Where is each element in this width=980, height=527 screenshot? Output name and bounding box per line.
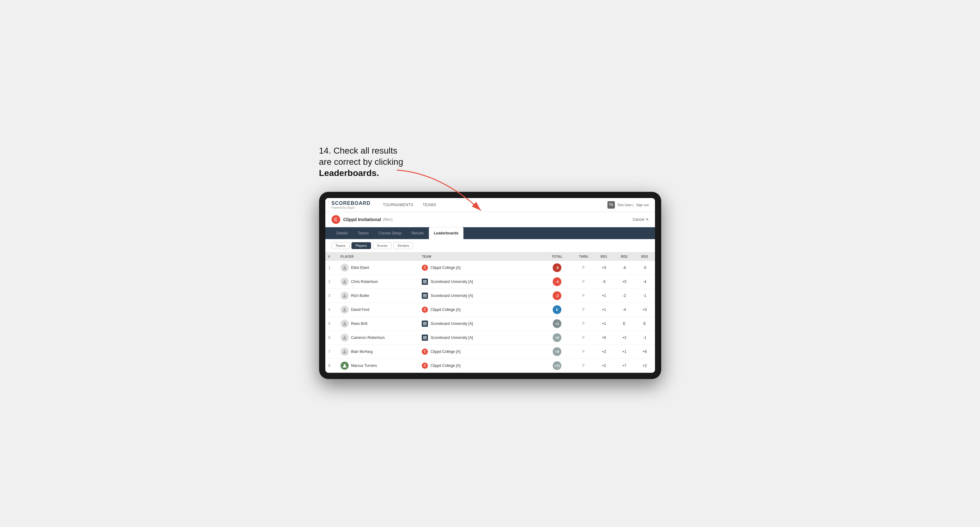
cell-rd1: +2 bbox=[594, 359, 614, 373]
cell-rd3: -5 bbox=[635, 261, 655, 275]
team-name: Clippd College [A] bbox=[430, 349, 460, 354]
cell-team: Scoreboard University [A] bbox=[418, 289, 541, 303]
cell-rd2: +7 bbox=[614, 359, 635, 373]
player-name: Blair McHarg bbox=[351, 349, 372, 354]
cell-rd3: +6 bbox=[635, 344, 655, 359]
player-name: Rich Butler bbox=[351, 294, 369, 298]
tab-results[interactable]: Results bbox=[406, 227, 429, 239]
score-badge: +11 bbox=[553, 361, 562, 370]
player-name: Rees Britt bbox=[351, 322, 368, 326]
cell-rd3: -1 bbox=[635, 289, 655, 303]
cell-total: +6 bbox=[541, 330, 574, 344]
tab-details[interactable]: Details bbox=[331, 227, 353, 239]
table-row: 1 Elliot EbertCClippd College [A]-8F+3-6… bbox=[325, 261, 655, 275]
cell-total: -4 bbox=[541, 275, 574, 289]
cell-player: Chris Robertson bbox=[337, 275, 419, 289]
cell-rd1: +3 bbox=[594, 261, 614, 275]
tab-leaderboards[interactable]: Leaderboards bbox=[429, 227, 463, 239]
cell-rank: 2 bbox=[325, 275, 337, 289]
instruction-line3: Leaderboards. bbox=[319, 168, 379, 178]
tournament-name: Clippd Invitational bbox=[344, 217, 381, 222]
cell-thru: F bbox=[574, 303, 594, 316]
signout-link[interactable]: Sign out bbox=[636, 203, 649, 207]
cell-total: -2 bbox=[541, 289, 574, 303]
table-row: 4 David FordCClippd College [A]EF+1-4+3 bbox=[325, 303, 655, 316]
cell-rd2: +1 bbox=[614, 344, 635, 359]
cell-player: David Ford bbox=[337, 303, 419, 316]
cell-rd3: +3 bbox=[635, 303, 655, 316]
cell-team: Scoreboard University [A] bbox=[418, 316, 541, 330]
score-badge: +6 bbox=[553, 333, 562, 342]
col-header-rd3: RD3 bbox=[635, 252, 655, 261]
cell-rd2: -4 bbox=[614, 303, 635, 316]
cell-player: Cameron Robertson bbox=[337, 330, 419, 344]
score-badge: -8 bbox=[553, 264, 562, 272]
cancel-button[interactable]: Cancel ✕ bbox=[633, 217, 649, 222]
cell-thru: F bbox=[574, 316, 594, 330]
cell-rank: 5 bbox=[325, 316, 337, 330]
cell-rank: 8 bbox=[325, 359, 337, 373]
cell-rd2: E bbox=[614, 316, 635, 330]
cell-total: +11 bbox=[541, 359, 574, 373]
cell-thru: F bbox=[574, 359, 594, 373]
user-label: Test User | bbox=[617, 203, 633, 207]
filter-players[interactable]: Players bbox=[352, 242, 371, 249]
filter-scores[interactable]: Scores bbox=[373, 242, 391, 249]
cell-team: CClippd College [A] bbox=[418, 344, 541, 359]
user-avatar: TU bbox=[608, 201, 615, 209]
filter-strokes[interactable]: Strokes bbox=[393, 242, 413, 249]
filter-row: Teams Players Scores Strokes bbox=[325, 239, 655, 252]
nav-teams[interactable]: TEAMS bbox=[423, 202, 436, 208]
tab-teams[interactable]: Teams bbox=[353, 227, 374, 239]
col-header-rd2: RD2 bbox=[614, 252, 635, 261]
tournament-logo: C bbox=[331, 215, 340, 224]
cell-rank: 4 bbox=[325, 303, 337, 316]
leaderboard-table: # PLAYER TEAM TOTAL THRU RD1 RD2 RD3 1 E… bbox=[325, 252, 655, 373]
cell-rd1: +1 bbox=[594, 289, 614, 303]
cell-rank: 3 bbox=[325, 289, 337, 303]
cell-total: -8 bbox=[541, 261, 574, 275]
col-header-rank: # bbox=[325, 252, 337, 261]
score-badge: E bbox=[553, 305, 562, 314]
team-name: Scoreboard University [A] bbox=[430, 279, 473, 284]
team-name: Scoreboard University [A] bbox=[430, 335, 473, 340]
cell-player: Rich Butler bbox=[337, 289, 419, 303]
cell-thru: F bbox=[574, 330, 594, 344]
app-logo: SCOREBOARD bbox=[331, 200, 371, 206]
player-name: Marcus Turners bbox=[351, 364, 377, 368]
cell-rd1: -5 bbox=[594, 275, 614, 289]
cell-rd3: +2 bbox=[635, 359, 655, 373]
col-header-rd1: RD1 bbox=[594, 252, 614, 261]
cell-thru: F bbox=[574, 289, 594, 303]
instruction-block: 14. Check all results are correct by cli… bbox=[319, 145, 403, 179]
cell-player: Marcus Turners bbox=[337, 359, 419, 373]
tablet-screen: SCOREBOARD Powered by clippd TOURNAMENTS… bbox=[325, 198, 655, 373]
app-logo-sub: Powered by clippd bbox=[331, 206, 371, 209]
table-row: 7 Blair McHargCClippd College [A]+9F+2+1… bbox=[325, 344, 655, 359]
cell-rd1: +1 bbox=[594, 303, 614, 316]
nav-tournaments[interactable]: TOURNAMENTS bbox=[383, 202, 413, 208]
filter-teams[interactable]: Teams bbox=[331, 242, 350, 249]
cell-team: CClippd College [A] bbox=[418, 261, 541, 275]
col-header-total: TOTAL bbox=[541, 252, 574, 261]
cell-rd1: +1 bbox=[594, 316, 614, 330]
tab-course-setup[interactable]: Course Setup bbox=[374, 227, 406, 239]
cell-rd2: +5 bbox=[614, 275, 635, 289]
col-header-player: PLAYER bbox=[337, 252, 419, 261]
score-badge: -4 bbox=[553, 277, 562, 286]
cell-player: Rees Britt bbox=[337, 316, 419, 330]
table-row: 3 Rich Butler Scoreboard University [A]-… bbox=[325, 289, 655, 303]
logo-area: SCOREBOARD Powered by clippd bbox=[331, 200, 371, 209]
app-header: SCOREBOARD Powered by clippd TOURNAMENTS… bbox=[325, 198, 655, 212]
cell-thru: F bbox=[574, 344, 594, 359]
cell-total: E bbox=[541, 303, 574, 316]
team-name: Scoreboard University [A] bbox=[430, 294, 473, 298]
instruction-line1: 14. Check all results bbox=[319, 146, 398, 156]
cell-rd1: +2 bbox=[594, 344, 614, 359]
player-name: Elliot Ebert bbox=[351, 265, 369, 270]
cell-rd1: +5 bbox=[594, 330, 614, 344]
cell-rank: 6 bbox=[325, 330, 337, 344]
cell-team: CClippd College [A] bbox=[418, 303, 541, 316]
tab-nav: Details Teams Course Setup Results Leade… bbox=[325, 227, 655, 239]
score-badge: -2 bbox=[553, 291, 562, 300]
